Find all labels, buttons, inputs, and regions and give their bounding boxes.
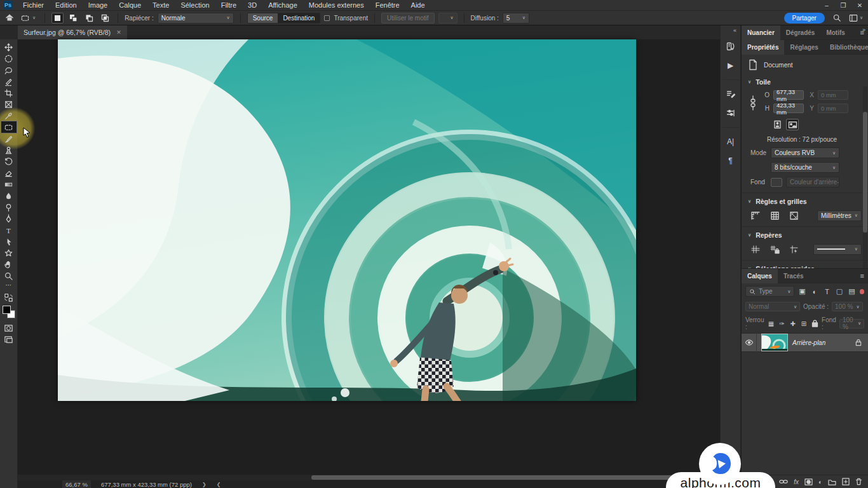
lock-all-icon[interactable] [811,318,818,329]
restore-button[interactable]: ❐ [835,2,851,9]
close-button[interactable]: ✕ [851,2,868,9]
lasso-tool[interactable] [1,64,17,76]
lock-guides-toggle[interactable] [768,243,781,255]
section-toile[interactable]: ∨ Toile [742,74,868,88]
layer-visibility-toggle[interactable] [742,333,757,352]
menu-fichier[interactable]: Fichier [17,0,50,10]
bit-depth-dropdown[interactable]: 8 bits/couche ∨ [771,162,839,173]
expand-dock-icon[interactable]: » [862,27,865,33]
menu-3d[interactable]: 3D [242,0,262,10]
color-swatches[interactable] [3,306,15,318]
crop-tool[interactable] [1,87,17,98]
brush-settings-panel-button[interactable] [722,105,739,121]
edit-toolbar-button[interactable]: ⋯ [6,281,12,292]
section-regles[interactable]: ∨ Règles et grilles [742,193,868,208]
transparent-checkbox[interactable] [324,15,330,21]
dodge-tool[interactable] [1,201,17,213]
width-field[interactable]: 677,33 mm [773,90,804,100]
destination-button[interactable]: Destination [278,13,320,23]
search-button[interactable] [832,13,841,22]
minimize-button[interactable]: – [818,2,835,9]
screen-mode-button[interactable] [1,334,17,345]
elliptical-marquee-tool[interactable] [1,53,17,64]
menu-affichage[interactable]: Affichage [262,0,303,10]
tab-motifs[interactable]: Motifs [820,25,850,40]
hand-tool[interactable] [1,259,17,270]
rapiecer-mode-dropdown[interactable]: Normale ∨ [158,13,234,24]
pen-tool[interactable] [1,213,17,224]
blur-tool[interactable] [1,190,17,201]
layer-effects-button[interactable]: fx [794,478,799,485]
zoom-level-field[interactable]: 66,67 % [62,480,91,488]
panel-menu-icon[interactable]: ≡ [860,272,868,280]
diffusion-dropdown[interactable]: 5 ∨ [503,13,529,24]
filter-type-layers-icon[interactable]: T [822,287,832,297]
tab-calques[interactable]: Calques [742,269,778,283]
lock-position-icon[interactable]: ✚ [789,318,797,329]
units-dropdown[interactable]: Millimètres ∨ [817,210,862,221]
filter-adjustment-layers-icon[interactable]: ◐ [810,287,820,297]
lock-transparency-icon[interactable]: ▦ [767,318,775,329]
lock-paint-icon[interactable]: ✑ [778,318,786,329]
move-tool[interactable] [1,41,17,53]
history-brush-tool[interactable] [1,156,17,167]
frame-tool[interactable] [1,98,17,110]
paragraph-panel-button[interactable]: ¶ [722,152,739,169]
object-selection-tool[interactable] [1,76,17,87]
guide-style-dropdown[interactable]: ∨ [813,244,862,255]
foreground-color-swatch[interactable] [3,306,11,314]
brush-tool[interactable] [1,133,17,144]
document-tab[interactable]: Surfeur.jpg @ 66,7% (RVB/8) ✕ [18,25,127,39]
horizontal-scrollbar[interactable] [18,475,720,480]
menu-filtre[interactable]: Filtre [215,0,242,10]
layer-filter-search[interactable]: Type ∨ [745,286,794,297]
color-mode-dropdown[interactable]: Couleurs RVB ∨ [771,147,839,158]
status-chevron-left-icon[interactable]: ❮ [217,482,221,487]
section-reperes[interactable]: ∨ Repères [742,227,868,241]
menu-aide[interactable]: Aide [405,0,431,10]
custom-shape-tool[interactable] [1,247,17,259]
intersect-selection-mode-button[interactable] [99,13,111,24]
share-button[interactable]: Partager [784,13,825,24]
menu-image[interactable]: Image [83,0,114,10]
close-tab-icon[interactable]: ✕ [116,29,121,36]
patch-tool-selected[interactable] [1,121,17,133]
surfer-photo[interactable] [58,39,636,401]
delete-layer-button[interactable] [855,478,862,485]
home-button[interactable] [5,13,14,22]
add-to-selection-mode-button[interactable] [67,13,79,24]
history-panel-button[interactable] [722,38,739,55]
subtract-from-selection-mode-button[interactable] [83,13,95,24]
quick-mask-button[interactable] [1,322,17,334]
pixel-grid-toggle[interactable] [788,210,801,221]
new-layer-button[interactable] [842,478,850,485]
menu-edition[interactable]: Edition [50,0,83,10]
source-button[interactable]: Source [248,13,278,23]
link-dimensions-icon[interactable] [749,92,757,114]
menu-modules-externes[interactable]: Modules externes [303,0,370,10]
rulers-toggle[interactable] [749,210,762,221]
tab-proprietes[interactable]: Propriétés [742,40,784,55]
tab-bibliotheques[interactable]: Bibliothèques [824,40,868,55]
filter-pixel-layers-icon[interactable]: ▣ [797,287,807,297]
eyedropper-tool[interactable] [1,110,17,121]
new-selection-mode-button[interactable] [51,13,64,24]
tool-preset-picker[interactable]: ∨ [18,13,38,24]
menu-texte[interactable]: Texte [147,0,175,10]
tab-nuancier[interactable]: Nuancier [742,25,780,40]
properties-scrollbar[interactable] [863,86,867,283]
filter-smart-objects-icon[interactable]: ▤ [847,287,857,297]
new-adjustment-layer-button[interactable]: ◐ [818,478,822,485]
new-group-button[interactable] [828,478,836,485]
menu-selection[interactable]: Sélection [175,0,215,10]
collapse-panels-icon[interactable]: « [729,25,740,37]
character-panel-button[interactable]: A| [722,133,739,150]
menu-fenetre[interactable]: Fenêtre [370,0,405,10]
orientation-landscape-button[interactable] [786,119,799,130]
smart-guides-toggle[interactable] [788,243,801,255]
type-tool[interactable]: T [1,224,17,236]
path-selection-tool[interactable] [1,236,17,247]
layer-row-arriere-plan[interactable]: Arrière-plan [742,333,868,352]
menu-calque[interactable]: Calque [113,0,147,10]
swap-colors-mini[interactable] [1,292,17,303]
